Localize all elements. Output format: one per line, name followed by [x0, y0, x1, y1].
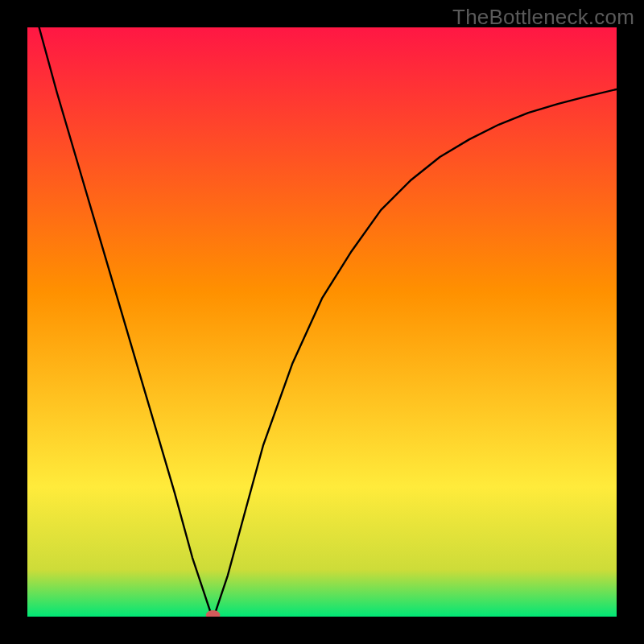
plot-background	[27, 27, 617, 617]
watermark-text: TheBottleneck.com	[452, 5, 634, 30]
chart-plot	[27, 27, 617, 617]
chart-frame: TheBottleneck.com	[0, 0, 644, 644]
